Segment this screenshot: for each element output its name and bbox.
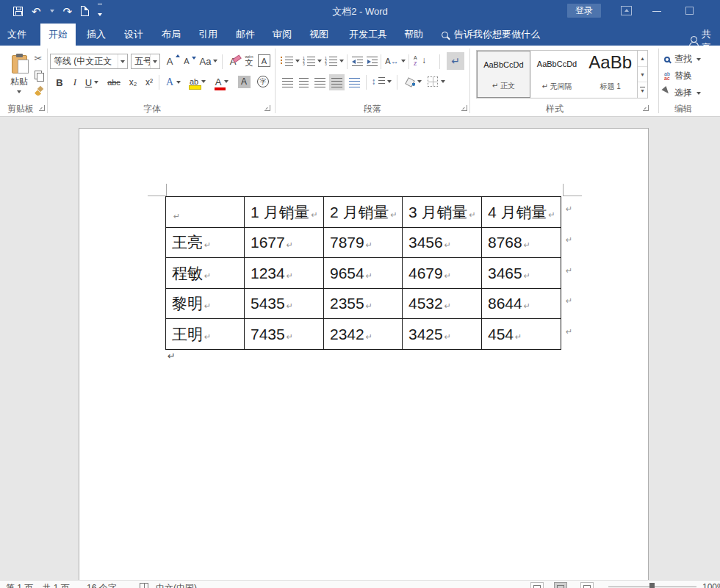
- table-cell[interactable]: 9654↵: [324, 258, 403, 289]
- print-layout-button[interactable]: [554, 582, 567, 588]
- tab-file[interactable]: 文件: [7, 28, 26, 41]
- table-cell[interactable]: 454↵: [482, 319, 561, 350]
- style-card-normal[interactable]: AaBbCcDd ↵ 正文: [477, 51, 530, 98]
- grow-font-button[interactable]: A: [163, 54, 176, 68]
- page-count-status[interactable]: 第 1 页，共 1 页: [6, 582, 70, 588]
- table-cell[interactable]: 2 月销量↵: [324, 197, 403, 228]
- increase-indent-button[interactable]: [365, 54, 378, 68]
- language-status[interactable]: 中文(中国): [156, 582, 197, 588]
- table-cell[interactable]: 4 月销量↵: [482, 197, 561, 228]
- multilevel-list-button[interactable]: [325, 54, 344, 68]
- read-mode-button[interactable]: [530, 582, 544, 588]
- text-effects-button[interactable]: A: [163, 75, 184, 90]
- tab-insert[interactable]: 插入: [87, 28, 106, 41]
- tab-design[interactable]: 设计: [124, 28, 143, 41]
- phonetic-guide-button[interactable]: wén文: [242, 52, 256, 68]
- character-shading-button[interactable]: A: [237, 74, 251, 89]
- table-cell[interactable]: 3425↵: [403, 319, 482, 350]
- ribbon-display-options-icon[interactable]: [621, 6, 632, 15]
- table-cell[interactable]: 2342↵: [324, 319, 403, 350]
- tab-home[interactable]: 开始: [40, 24, 76, 46]
- styles-more-icon[interactable]: ▼: [638, 82, 647, 98]
- table-cell[interactable]: 4679↵: [403, 258, 482, 289]
- asian-layout-button[interactable]: A↔: [384, 54, 406, 68]
- style-card-heading1[interactable]: AaBb 标题 1: [583, 51, 637, 98]
- table-cell[interactable]: 3465↵: [482, 258, 561, 289]
- font-dialog-launcher-icon[interactable]: [264, 105, 270, 111]
- redo-button[interactable]: ↷: [63, 6, 73, 17]
- subscript-button[interactable]: x₂: [126, 75, 140, 90]
- tab-help[interactable]: 帮助: [404, 28, 423, 41]
- maximize-icon[interactable]: [685, 7, 694, 15]
- save-icon[interactable]: [13, 7, 23, 16]
- minimize-icon[interactable]: [652, 11, 661, 12]
- styles-dialog-launcher-icon[interactable]: [643, 105, 649, 111]
- replace-button[interactable]: abac 替换: [664, 70, 692, 82]
- table-cell[interactable]: 王亮↵: [166, 228, 245, 258]
- find-button[interactable]: 查找: [664, 53, 701, 65]
- change-case-button[interactable]: Aa: [198, 54, 219, 68]
- bullets-button[interactable]: [281, 54, 300, 68]
- table-cell[interactable]: 3 月销量↵: [403, 197, 482, 228]
- numbering-button[interactable]: [303, 54, 322, 68]
- italic-button[interactable]: I: [69, 75, 81, 90]
- align-right-button[interactable]: [313, 75, 327, 90]
- new-document-icon[interactable]: [81, 6, 89, 16]
- align-center-button[interactable]: [297, 75, 311, 90]
- tab-view[interactable]: 视图: [309, 28, 328, 41]
- align-left-button[interactable]: [281, 75, 295, 90]
- undo-button[interactable]: ↶: [32, 6, 41, 17]
- copy-button[interactable]: [32, 68, 46, 82]
- customize-qat-button[interactable]: [98, 4, 102, 19]
- font-color-button[interactable]: A: [212, 74, 232, 90]
- styles-scroll-up-icon[interactable]: ▲: [638, 51, 647, 67]
- table-cell[interactable]: 1 月销量↵: [245, 197, 324, 228]
- web-layout-button[interactable]: [580, 582, 594, 588]
- tab-developer[interactable]: 开发工具: [349, 28, 387, 41]
- tab-layout[interactable]: 布局: [162, 28, 181, 41]
- table-cell[interactable]: 程敏↵: [166, 258, 245, 289]
- clear-formatting-button[interactable]: A: [225, 54, 241, 68]
- table-cell[interactable]: 1234↵: [245, 258, 324, 289]
- style-card-no-spacing[interactable]: AaBbCcDd ↵ 无间隔: [530, 51, 584, 98]
- borders-button[interactable]: [426, 74, 447, 89]
- tab-review[interactable]: 审阅: [273, 28, 292, 41]
- table-cell[interactable]: 7879↵: [324, 228, 403, 258]
- format-painter-button[interactable]: [32, 85, 46, 98]
- underline-button[interactable]: U: [82, 75, 101, 90]
- clipboard-dialog-launcher-icon[interactable]: [39, 105, 45, 111]
- table-cell[interactable]: 7435↵: [245, 319, 324, 350]
- table-cell[interactable]: 1677↵: [245, 228, 324, 258]
- zoom-slider-thumb[interactable]: [649, 583, 655, 588]
- paragraph-dialog-launcher-icon[interactable]: [461, 105, 467, 111]
- decrease-indent-button[interactable]: [350, 54, 364, 68]
- shading-button[interactable]: [403, 74, 423, 89]
- table-cell[interactable]: 5435↵: [245, 289, 324, 319]
- word-count-status[interactable]: 16 个字: [87, 582, 117, 588]
- justify-button[interactable]: [329, 74, 345, 90]
- cut-button[interactable]: ✂: [31, 51, 46, 65]
- sign-in-button[interactable]: 登录: [567, 4, 601, 18]
- zoom-level[interactable]: 100%: [702, 582, 720, 588]
- table-cell[interactable]: 黎明↵: [166, 289, 245, 319]
- table-cell[interactable]: 3456↵: [403, 228, 482, 258]
- paste-button[interactable]: 粘贴: [4, 50, 34, 98]
- table-cell[interactable]: 8644↵: [482, 289, 561, 319]
- table-cell[interactable]: 8768↵: [482, 228, 561, 258]
- enclose-characters-button[interactable]: 字: [256, 74, 270, 89]
- highlight-button[interactable]: ab: [187, 74, 209, 90]
- font-name-combobox[interactable]: 等线 (中文正文: [50, 54, 128, 69]
- tell-me-search[interactable]: 告诉我你想要做什么: [442, 28, 540, 41]
- tab-references[interactable]: 引用: [198, 28, 217, 41]
- table-cell[interactable]: 4532↵: [403, 289, 482, 319]
- strikethrough-button[interactable]: abc: [104, 75, 123, 90]
- proofing-icon[interactable]: [140, 583, 148, 588]
- table-cell[interactable]: 王明↵: [166, 319, 245, 350]
- superscript-button[interactable]: x²: [143, 75, 156, 90]
- show-hide-marks-button[interactable]: ↵: [447, 52, 464, 70]
- distribute-button[interactable]: [347, 75, 362, 90]
- bold-button[interactable]: B: [53, 75, 66, 90]
- shrink-font-button[interactable]: A: [181, 55, 192, 67]
- font-size-combobox[interactable]: 五号: [131, 54, 160, 69]
- select-button[interactable]: 选择: [664, 87, 701, 99]
